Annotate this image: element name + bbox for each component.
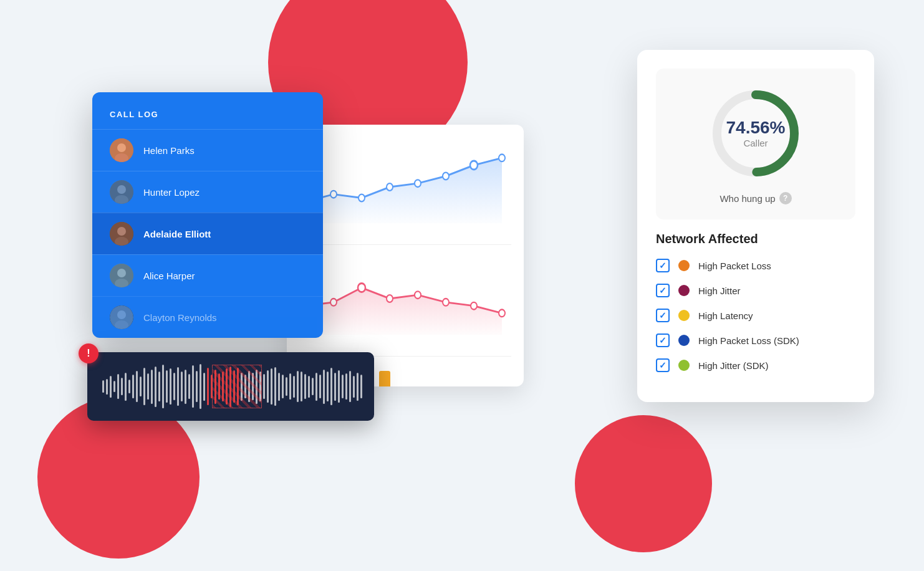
- waveform-bar: [289, 373, 291, 400]
- call-log-panel: CALL LOG Helen Parks: [92, 92, 323, 338]
- waveform-bar: [158, 372, 160, 401]
- waveform-bar: [353, 376, 355, 398]
- svg-point-30: [471, 302, 477, 310]
- network-item-label-hl: High Latency: [698, 310, 753, 321]
- checkbox-hplsdk[interactable]: ✓: [656, 333, 670, 347]
- svg-point-22: [470, 161, 478, 170]
- svg-point-1: [117, 143, 126, 152]
- waveform-bar: [136, 371, 138, 402]
- svg-point-28: [415, 291, 421, 299]
- waveform-bar: [278, 373, 280, 401]
- waveform-bar: [125, 373, 127, 401]
- waveform-bar: [349, 371, 351, 402]
- network-dot-hj: [678, 285, 690, 296]
- waveform-bar: [286, 377, 287, 396]
- waveform-bar: [327, 372, 329, 401]
- call-log-item-clayton[interactable]: Clayton Reynolds: [92, 296, 323, 338]
- svg-point-18: [359, 194, 365, 202]
- call-log-item-alice[interactable]: Alice Harper: [92, 254, 323, 296]
- avatar-helen: [110, 138, 133, 162]
- waveform-bar: [301, 372, 302, 401]
- svg-point-27: [387, 295, 393, 302]
- network-item-hplsdk[interactable]: ✓High Packet Loss (SDK): [656, 333, 855, 347]
- waveform-bar: [177, 367, 179, 406]
- svg-point-19: [387, 183, 393, 191]
- waveform-bar: [140, 377, 142, 396]
- call-log-title: CALL LOG: [92, 92, 323, 129]
- person-name-hunter: Hunter Lopez: [143, 187, 200, 198]
- checkbox-hjsdk[interactable]: ✓: [656, 358, 670, 372]
- waveform-bar: [308, 376, 310, 398]
- line-chart-red: [299, 255, 511, 342]
- call-log-list: Helen Parks Hunter Lopez: [92, 129, 323, 338]
- checkmark: ✓: [659, 360, 667, 370]
- waveform-bar: [181, 372, 183, 401]
- avatar-alice: [110, 264, 133, 287]
- network-dot-hpl: [678, 260, 690, 271]
- blob-bottom-left: [37, 396, 200, 559]
- scene: CALL LOG Helen Parks: [0, 0, 924, 571]
- svg-point-26: [358, 284, 365, 292]
- svg-point-4: [117, 185, 126, 194]
- svg-point-31: [499, 310, 505, 317]
- svg-point-21: [443, 173, 449, 180]
- call-log-item-adelaide[interactable]: Adelaide Elliott: [92, 213, 323, 254]
- waveform-bar: [334, 373, 336, 401]
- network-item-hl[interactable]: ✓High Latency: [656, 309, 855, 322]
- checkbox-hl[interactable]: ✓: [656, 309, 670, 322]
- donut-text: 74.56% Caller: [726, 118, 786, 148]
- donut-caller-label: Caller: [726, 138, 786, 148]
- network-item-hjsdk[interactable]: ✓High Jitter (SDK): [656, 358, 855, 372]
- waveform-bar: [315, 373, 317, 401]
- waveform-bar: [128, 380, 130, 393]
- waveform-bar: [110, 376, 112, 398]
- waveform-bar: [330, 368, 332, 405]
- waveform-bar: [185, 370, 186, 404]
- chart-divider-1: [299, 244, 511, 245]
- donut-wrapper: 74.56% Caller: [706, 84, 806, 183]
- checkmark: ✓: [659, 310, 667, 320]
- network-items: ✓High Packet Loss✓High Jitter✓High Laten…: [656, 259, 855, 372]
- network-item-hpl[interactable]: ✓High Packet Loss: [656, 259, 855, 272]
- blob-bottom-right: [575, 415, 712, 552]
- checkmark: ✓: [659, 261, 667, 271]
- waveform-bar: [162, 365, 164, 408]
- avatar-adelaide: [110, 222, 133, 246]
- call-log-item-helen[interactable]: Helen Parks: [92, 129, 323, 171]
- network-panel: 74.56% Caller Who hung up ? Network Affe…: [637, 50, 874, 402]
- call-log-item-hunter[interactable]: Hunter Lopez: [92, 171, 323, 213]
- donut-container: 74.56% Caller Who hung up ?: [656, 69, 855, 219]
- bar-group: F: [379, 371, 390, 386]
- svg-point-17: [330, 191, 337, 198]
- waveform-bar: [360, 375, 362, 398]
- alert-icon: !: [79, 343, 99, 363]
- waveform-bar: [342, 375, 344, 398]
- person-name-helen: Helen Parks: [143, 145, 195, 156]
- svg-point-7: [117, 227, 126, 236]
- waveform-bar: [173, 373, 175, 400]
- waveform-bar: [282, 375, 284, 398]
- waveform-bar: [170, 368, 171, 405]
- waveform-bar: [117, 374, 119, 399]
- waveform-highlight-overlay: [212, 365, 262, 408]
- waveform-bar: [192, 365, 194, 408]
- help-icon[interactable]: ?: [779, 192, 792, 204]
- waveform-bar: [304, 374, 306, 399]
- waveform-bar: [188, 374, 190, 399]
- network-affected-title: Network Affected: [656, 232, 855, 246]
- svg-point-25: [330, 299, 337, 306]
- waveform-bar: [132, 375, 134, 398]
- waveform-bar: [274, 367, 276, 406]
- checkbox-hj[interactable]: ✓: [656, 284, 670, 297]
- checkbox-hpl[interactable]: ✓: [656, 259, 670, 272]
- waveform-bar: [312, 378, 314, 395]
- waveform-bar: [143, 368, 145, 405]
- svg-point-10: [117, 269, 126, 277]
- waveform-bar: [106, 379, 108, 395]
- waveform-bar: [293, 376, 295, 398]
- waveform-bar: [297, 371, 299, 402]
- network-item-hj[interactable]: ✓High Jitter: [656, 284, 855, 297]
- waveform-bar: [357, 373, 359, 401]
- svg-point-20: [415, 180, 421, 187]
- waveform-bar: [338, 370, 340, 403]
